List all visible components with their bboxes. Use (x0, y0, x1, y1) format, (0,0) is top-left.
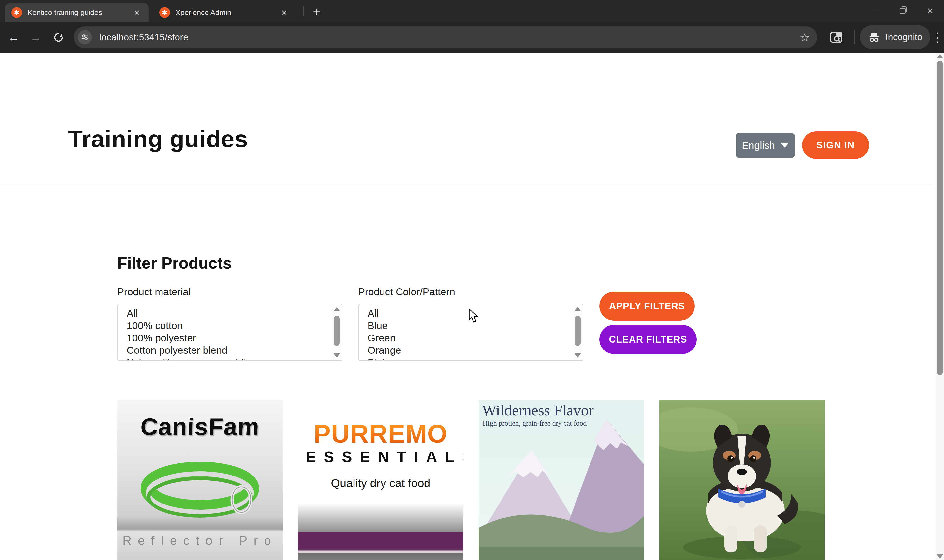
scrollbar-thumb[interactable] (334, 316, 340, 346)
browser-menu-button[interactable]: ⋮ (931, 22, 944, 53)
restore-icon (900, 8, 905, 14)
mouse-cursor (468, 309, 479, 323)
sign-in-button[interactable]: SIGN IN (802, 131, 869, 159)
minimize-icon (871, 11, 879, 11)
chevron-down-icon (781, 143, 789, 148)
header-divider (0, 183, 936, 183)
clear-filters-button[interactable]: CLEAR FILTERS (599, 325, 697, 354)
back-button[interactable]: ← (4, 22, 23, 53)
product-card-canisfam[interactable]: CanisFam Reflector Pro CanisFam Reflecto… (117, 400, 283, 560)
bag-gradient (298, 503, 463, 532)
browser-toolbar: ← → localhost:53415/store ☆ (0, 22, 944, 53)
scroll-down-icon[interactable] (936, 554, 943, 558)
product-material-label: Product material (117, 286, 191, 298)
essentials-logo: ESSENTIALS (298, 448, 463, 465)
tab-close-icon[interactable]: × (131, 7, 142, 18)
browser-tab-strip: ✱ Kentico training guides × ✱ Xperience … (0, 0, 944, 22)
forward-button[interactable]: → (26, 22, 46, 53)
color-option[interactable]: Pink (359, 356, 583, 361)
scroll-down-icon[interactable] (574, 354, 581, 358)
incognito-icon (868, 31, 881, 43)
url-text[interactable]: localhost:53415/store (99, 32, 188, 43)
scrollbar-thumb[interactable] (575, 316, 581, 346)
tab-close-icon[interactable]: × (279, 7, 290, 18)
scroll-up-icon[interactable] (936, 54, 943, 58)
material-option[interactable]: 100% polyester (118, 332, 342, 344)
material-option[interactable]: Cotton polyester blend (118, 344, 342, 356)
bag-stripe (298, 550, 463, 553)
quality-caption: Quality dry cat food (298, 476, 463, 490)
product-color-pattern-label: Product Color/Pattern (358, 286, 455, 298)
product-card-purremo[interactable]: PURREMO ESSENTIALS Quality dry cat food … (298, 400, 463, 560)
color-option[interactable]: Green (359, 332, 583, 344)
product-material-listbox[interactable]: All 100% cotton 100% polyester Cotton po… (117, 304, 342, 361)
kentico-favicon-icon: ✱ (159, 7, 170, 18)
mountain-illustration: Wilderness Flavor High protien, grain-fr… (479, 400, 644, 560)
new-tab-button[interactable]: + (309, 4, 324, 20)
store-page: Training guides English SIGN IN Filter P… (0, 53, 936, 560)
apply-filters-button[interactable]: APPLY FILTERS (599, 292, 695, 320)
window-close-button[interactable]: × (916, 0, 944, 22)
scroll-up-icon[interactable] (574, 307, 581, 311)
reload-icon (53, 32, 64, 43)
scrollbar-thumb[interactable] (937, 61, 942, 375)
tab-title: Xperience Admin (176, 8, 279, 17)
bag-purple-band (298, 532, 463, 550)
kentico-favicon-icon: ✱ (11, 7, 22, 18)
page-scrollbar[interactable] (936, 53, 944, 560)
bag-grey-band (298, 553, 463, 560)
product-image: CanisFam Reflector Pro (117, 400, 283, 560)
tab-xperience-admin[interactable]: ✱ Xperience Admin × (153, 3, 296, 22)
listbox-scrollbar[interactable] (573, 305, 582, 360)
window-restore-button[interactable] (889, 0, 916, 22)
bookmark-star-icon[interactable]: ☆ (800, 31, 810, 44)
material-option[interactable]: 100% cotton (118, 320, 342, 332)
language-dropdown[interactable]: English (736, 133, 795, 158)
color-option[interactable]: Orange (359, 344, 583, 356)
listbox-scrollbar[interactable] (332, 305, 341, 360)
product-card-wilderness-flavor[interactable]: Wilderness Flavor High protien, grain-fr… (479, 400, 644, 560)
puppy-photo-illustration (659, 400, 825, 560)
material-option[interactable]: Nylon with neoprene padding (118, 356, 342, 361)
site-info-icon[interactable] (78, 30, 92, 45)
toolbar-separator (854, 31, 855, 44)
incognito-label: Incognito (885, 32, 922, 42)
wilderness-flavor-logo: Wilderness Flavor (482, 402, 594, 418)
window-minimize-button[interactable] (861, 0, 889, 22)
product-image (659, 400, 825, 560)
tab-separator (303, 6, 304, 16)
material-option[interactable]: All (118, 307, 342, 320)
wilderness-subtitle: High protien, grain-free dry cat food (483, 419, 587, 427)
incognito-badge: Incognito (860, 25, 930, 49)
filter-products-heading: Filter Products (117, 254, 232, 272)
purremo-logo: PURREMO (298, 419, 463, 449)
canisfam-logo: CanisFam (117, 413, 283, 441)
page-title: Training guides (68, 125, 248, 153)
product-image: Wilderness Flavor High protien, grain-fr… (479, 400, 644, 560)
scroll-up-icon[interactable] (333, 307, 340, 311)
reload-button[interactable] (49, 22, 68, 53)
language-dropdown-label: English (742, 140, 775, 151)
reflector-pro-caption: Reflector Pro (117, 534, 283, 548)
tab-search-icon[interactable] (829, 30, 844, 46)
tab-kentico-training-guides[interactable]: ✱ Kentico training guides × (5, 3, 149, 22)
tab-title: Kentico training guides (28, 8, 131, 17)
product-card-pawpeak[interactable]: PawPeak TrailFlex Reflective Dog Collar … (659, 400, 825, 560)
address-bar[interactable]: localhost:53415/store ☆ (74, 26, 817, 48)
product-image: PURREMO ESSENTIALS Quality dry cat food (298, 400, 463, 560)
green-collar-illustration (130, 454, 270, 528)
scroll-down-icon[interactable] (333, 354, 340, 358)
